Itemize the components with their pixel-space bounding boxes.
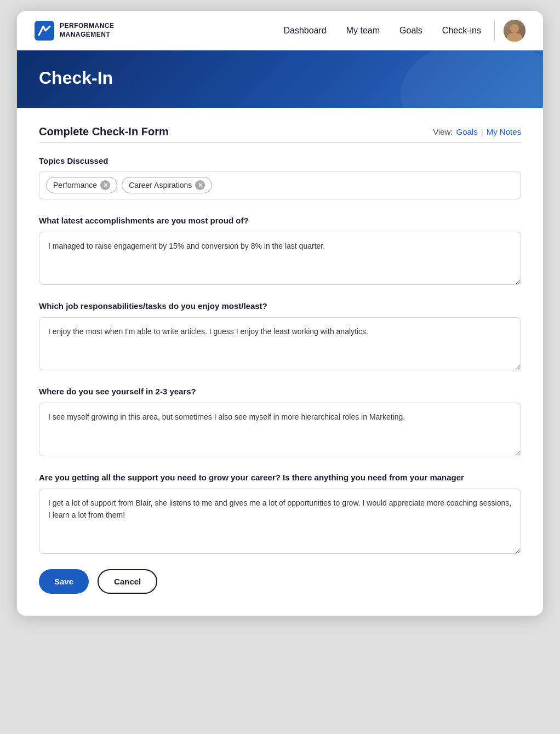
logo-icon (35, 21, 54, 41)
navbar: PERFORMANCE MANAGEMENT Dashboard My team… (17, 11, 543, 50)
question-label-3: Where do you see yourself in 2-3 years? (39, 386, 521, 397)
question-block-3: Where do you see yourself in 2-3 years? (39, 386, 521, 458)
app-container: PERFORMANCE MANAGEMENT Dashboard My team… (17, 11, 543, 616)
view-label: View: (433, 127, 453, 136)
question-label-2: Which job responsabilities/tasks do you … (39, 300, 521, 312)
answer-textarea-3[interactable] (39, 403, 521, 456)
avatar-image (504, 20, 525, 42)
topic-remove-performance[interactable]: ✕ (100, 180, 110, 190)
logo: PERFORMANCE MANAGEMENT (35, 21, 115, 41)
answer-textarea-4[interactable] (39, 489, 521, 554)
nav-divider (494, 21, 495, 41)
topic-remove-career[interactable]: ✕ (195, 180, 205, 190)
nav-links: Dashboard My team Goals Check-ins (283, 26, 481, 36)
form-header: Complete Check-In Form View: Goals | My … (39, 125, 521, 138)
cancel-button[interactable]: Cancel (98, 569, 157, 594)
view-notes-link[interactable]: My Notes (487, 127, 521, 136)
nav-goals[interactable]: Goals (399, 26, 422, 35)
question-label-4: Are you getting all the support you need… (39, 472, 521, 483)
section-divider (39, 142, 521, 143)
answer-textarea-1[interactable] (39, 232, 521, 285)
question-block-1: What latest accomplishments are you most… (39, 215, 521, 287)
view-separator: | (481, 127, 483, 136)
topic-tag-performance: Performance ✕ (46, 177, 117, 193)
nav-my-team[interactable]: My team (346, 26, 380, 35)
form-title: Complete Check-In Form (39, 125, 169, 138)
view-links: View: Goals | My Notes (433, 127, 521, 136)
topics-container: Performance ✕ Career Aspirations ✕ (39, 171, 521, 199)
topic-label-performance: Performance (53, 181, 97, 190)
logo-text: PERFORMANCE MANAGEMENT (60, 22, 115, 39)
question-block-2: Which job responsabilities/tasks do you … (39, 300, 521, 372)
answer-textarea-2[interactable] (39, 317, 521, 370)
topics-label: Topics Discussed (39, 156, 521, 165)
topic-label-career: Career Aspirations (129, 181, 192, 190)
page-title: Check-In (39, 68, 521, 88)
save-button[interactable]: Save (39, 569, 89, 594)
question-block-4: Are you getting all the support you need… (39, 472, 521, 557)
nav-dashboard[interactable]: Dashboard (283, 26, 326, 35)
svg-rect-0 (35, 21, 54, 41)
form-actions: Save Cancel (39, 569, 521, 594)
topics-section: Topics Discussed Performance ✕ Career As… (39, 156, 521, 199)
question-label-1: What latest accomplishments are you most… (39, 215, 521, 226)
view-goals-link[interactable]: Goals (456, 127, 478, 136)
content-area: Complete Check-In Form View: Goals | My … (17, 108, 543, 616)
nav-check-ins[interactable]: Check-ins (442, 26, 481, 35)
avatar[interactable] (504, 20, 525, 42)
topic-tag-career: Career Aspirations ✕ (122, 177, 212, 193)
hero-banner: Check-In (17, 50, 543, 108)
